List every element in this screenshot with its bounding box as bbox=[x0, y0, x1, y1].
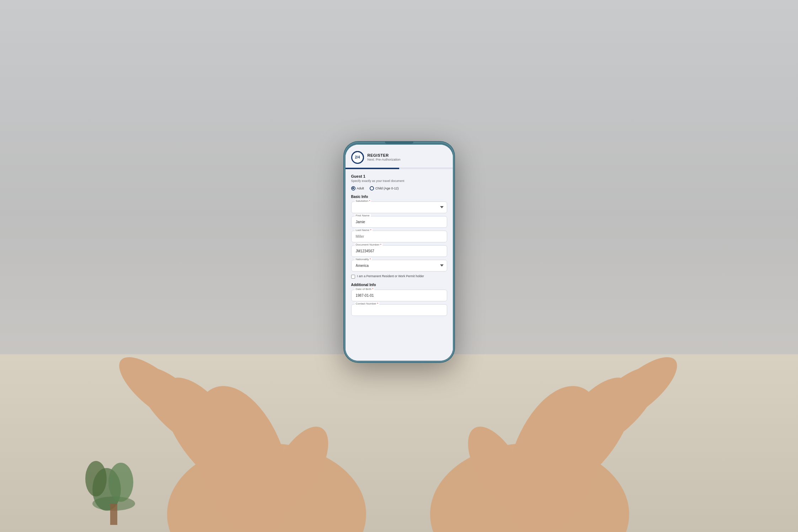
first-name-input[interactable] bbox=[351, 216, 447, 228]
register-title: REGISTER bbox=[368, 153, 401, 157]
salutation-field: Salutation * Mr Ms Mrs Dr bbox=[351, 201, 447, 213]
phone-screen: 2/4 REGISTER Next: Pre-Authorization Gue… bbox=[346, 145, 453, 361]
nationality-select[interactable]: America United Kingdom Canada Australia … bbox=[351, 260, 447, 272]
table-surface bbox=[0, 354, 798, 532]
nationality-label: Nationality * bbox=[355, 258, 372, 261]
first-name-field: First Name bbox=[351, 216, 447, 228]
step-indicator: 2/4 bbox=[351, 151, 364, 164]
basic-info-title: Basic Info bbox=[351, 195, 447, 199]
phone-device: 2/4 REGISTER Next: Pre-Authorization Gue… bbox=[344, 142, 454, 362]
additional-info-title: Additional Info bbox=[351, 283, 447, 287]
radio-child[interactable]: Child (Age 0-12) bbox=[370, 186, 399, 190]
dob-label: Date of Birth * bbox=[355, 288, 375, 291]
guest-type-group: Adult Child (Age 0-12) bbox=[351, 186, 447, 190]
document-number-field: Document Number * bbox=[351, 245, 447, 257]
nationality-field: Nationality * America United Kingdom Can… bbox=[351, 260, 447, 272]
app-header: 2/4 REGISTER Next: Pre-Authorization bbox=[346, 145, 453, 168]
contact-number-field: Contact Number * bbox=[351, 304, 447, 316]
contact-number-label: Contact Number * bbox=[355, 302, 380, 305]
guest-subtitle: Specify exactly as your travel document bbox=[351, 179, 447, 183]
form-area[interactable]: Guest 1 Specify exactly as your travel d… bbox=[346, 169, 453, 361]
last-name-input[interactable] bbox=[351, 231, 447, 242]
dob-input[interactable] bbox=[351, 290, 447, 301]
permanent-resident-label: I am a Permanent Resident or Work Permit… bbox=[357, 274, 424, 279]
app-content: 2/4 REGISTER Next: Pre-Authorization Gue… bbox=[346, 145, 453, 361]
step-label: 2/4 bbox=[355, 155, 360, 159]
progress-bar bbox=[346, 168, 453, 169]
header-text: REGISTER Next: Pre-Authorization bbox=[368, 153, 401, 161]
permanent-resident-row: I am a Permanent Resident or Work Permit… bbox=[351, 274, 447, 279]
phone-notch bbox=[385, 142, 413, 144]
additional-info-section: Additional Info Date of Birth * Contact … bbox=[351, 283, 447, 316]
first-name-label: First Name bbox=[355, 214, 371, 217]
last-name-label: Last Name * bbox=[355, 229, 373, 232]
nationality-select-wrapper: America United Kingdom Canada Australia … bbox=[351, 260, 447, 272]
dob-field: Date of Birth * bbox=[351, 290, 447, 301]
guest-section: Guest 1 Specify exactly as your travel d… bbox=[351, 174, 447, 190]
contact-number-input[interactable] bbox=[351, 304, 447, 316]
radio-adult[interactable]: Adult bbox=[351, 186, 364, 190]
next-step-label: Next: Pre-Authorization bbox=[368, 158, 401, 161]
salutation-select-wrapper: Mr Ms Mrs Dr bbox=[351, 201, 447, 213]
guest-title: Guest 1 bbox=[351, 174, 447, 178]
document-number-input[interactable] bbox=[351, 245, 447, 257]
permanent-resident-checkbox[interactable] bbox=[351, 275, 355, 279]
main-wrapper: 2/4 REGISTER Next: Pre-Authorization Gue… bbox=[0, 0, 798, 532]
progress-fill bbox=[346, 168, 399, 169]
radio-child-dot bbox=[370, 186, 374, 190]
last-name-field: Last Name * bbox=[351, 231, 447, 242]
radio-adult-dot bbox=[351, 186, 355, 190]
document-number-label: Document Number * bbox=[355, 243, 382, 246]
basic-info-section: Basic Info Salutation * Mr Ms bbox=[351, 195, 447, 272]
salutation-select[interactable]: Mr Ms Mrs Dr bbox=[351, 201, 447, 213]
radio-child-label: Child (Age 0-12) bbox=[375, 187, 399, 190]
salutation-label: Salutation * bbox=[355, 199, 371, 203]
radio-adult-label: Adult bbox=[357, 187, 364, 190]
